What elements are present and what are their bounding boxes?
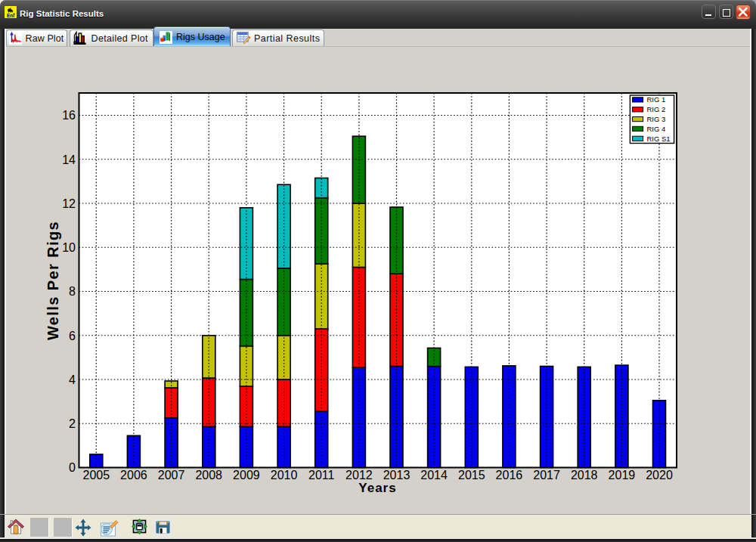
svg-text:2016: 2016: [496, 469, 523, 482]
svg-text:4: 4: [69, 373, 76, 386]
svg-text:2011: 2011: [308, 469, 335, 482]
svg-text:16: 16: [62, 109, 76, 122]
svg-text:10: 10: [62, 241, 76, 254]
svg-text:2012: 2012: [345, 469, 373, 482]
svg-text:12: 12: [62, 197, 76, 210]
svg-text:2007: 2007: [158, 469, 185, 482]
svg-text:6: 6: [69, 330, 76, 342]
svg-text:2: 2: [69, 417, 76, 430]
svg-text:2009: 2009: [233, 469, 260, 482]
svg-text:2017: 2017: [533, 469, 560, 482]
svg-text:2014: 2014: [420, 469, 448, 482]
svg-text:2020: 2020: [646, 469, 673, 482]
svg-text:0: 0: [69, 461, 76, 474]
svg-text:RIG 4: RIG 4: [647, 125, 666, 133]
svg-text:2010: 2010: [271, 469, 298, 482]
svg-text:RIG 1: RIG 1: [647, 95, 666, 104]
svg-text:2018: 2018: [571, 469, 598, 482]
svg-text:2015: 2015: [458, 469, 485, 482]
svg-text:Years: Years: [358, 481, 396, 495]
svg-text:RIG 2: RIG 2: [647, 105, 666, 113]
svg-text:2019: 2019: [609, 469, 636, 482]
svg-text:14: 14: [62, 153, 76, 166]
svg-text:RIG S1: RIG S1: [647, 135, 671, 143]
svg-text:Wells Per Rigs: Wells Per Rigs: [45, 221, 61, 340]
svg-text:8: 8: [69, 285, 76, 298]
svg-text:2006: 2006: [120, 469, 147, 482]
svg-text:2008: 2008: [195, 469, 222, 482]
svg-text:2013: 2013: [383, 469, 411, 482]
svg-text:RIG 3: RIG 3: [647, 115, 666, 123]
svg-text:2005: 2005: [83, 469, 110, 482]
